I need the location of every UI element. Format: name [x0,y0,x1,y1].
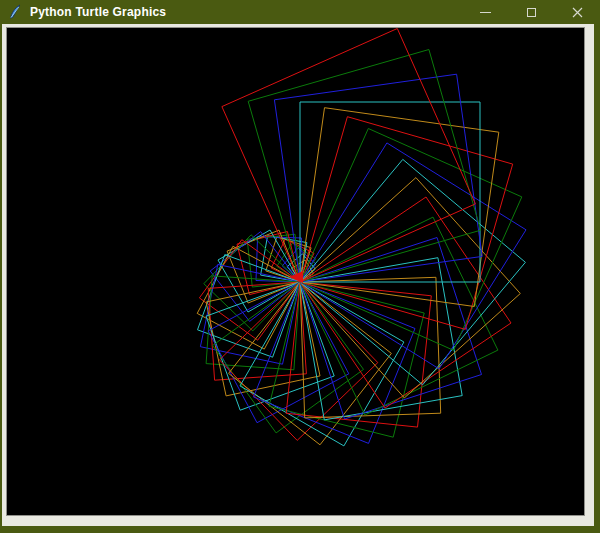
spiral-squares [197,29,526,446]
titlebar[interactable]: Python Turtle Graphics [0,0,600,24]
minimize-button[interactable] [462,0,508,24]
window-controls [462,0,600,24]
window-title: Python Turtle Graphics [30,5,166,19]
maximize-button[interactable] [508,0,554,24]
canvas-border [7,28,584,515]
close-button[interactable] [554,0,600,24]
close-icon [572,7,583,18]
minimize-icon [480,12,491,13]
turtle-graphics-window: Python Turtle Graphics [0,0,600,533]
tk-feather-icon [8,4,22,20]
turtle-canvas [7,28,584,515]
canvas-frame [2,24,594,526]
maximize-icon [527,8,536,17]
